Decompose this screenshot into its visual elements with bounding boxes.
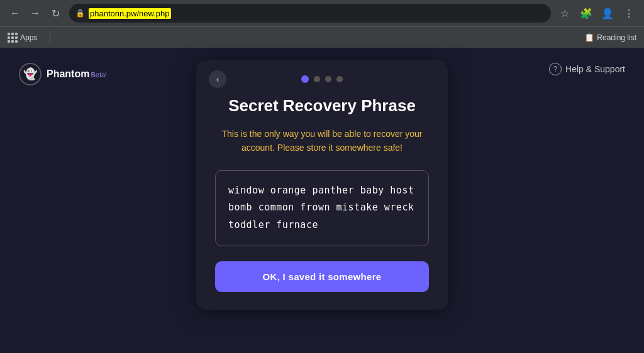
dot-3 — [325, 76, 331, 82]
help-icon: ? — [549, 63, 562, 75]
back-button[interactable]: ← — [6, 4, 24, 22]
bookmarks-bar: Apps 📋 Reading list — [0, 26, 644, 48]
address-text[interactable]: phantonn.pw/new.php — [89, 9, 545, 18]
dot-2 — [314, 76, 320, 82]
browser-toolbar: ← → ↻ 🔒 phantonn.pw/new.php ☆ 🧩 👤 ⋮ — [0, 0, 644, 26]
ok-saved-button[interactable]: OK, I saved it somewhere — [215, 261, 429, 292]
address-highlight: phantonn.pw/new.php — [89, 8, 171, 19]
more-button[interactable]: ⋮ — [620, 4, 638, 22]
phantom-logo-icon: 👻 — [23, 67, 37, 81]
apps-grid-icon — [8, 33, 18, 43]
card-subtitle: This is the only way you will be able to… — [215, 127, 429, 155]
pagination: ‹ — [215, 75, 429, 83]
reading-list-label: Reading list — [597, 33, 636, 42]
beta-badge: Beta! — [91, 71, 107, 79]
dot-1 — [301, 75, 309, 83]
reading-list-icon: 📋 — [584, 33, 594, 42]
phrase-line3: toddler furnace — [228, 219, 318, 231]
nav-buttons: ← → ↻ — [6, 4, 64, 22]
forward-button[interactable]: → — [26, 4, 44, 22]
apps-item[interactable]: Apps — [8, 33, 37, 43]
page-content: 👻 PhantomBeta! ? Help & Support ‹ Secret… — [0, 48, 644, 353]
dot-4 — [336, 76, 343, 82]
apps-label: Apps — [20, 33, 37, 42]
phrase-line2: bomb common frown mistake wreck — [228, 202, 414, 213]
profile-button[interactable]: 👤 — [599, 4, 616, 22]
lock-icon: 🔒 — [75, 9, 85, 18]
phantom-name: Phantom — [47, 68, 89, 79]
left-branding: 👻 PhantomBeta! — [19, 63, 107, 85]
card-title: Secret Recovery Phrase — [215, 95, 429, 117]
phrase-line1: window orange panther baby host — [228, 185, 414, 196]
main-card: ‹ Secret Recovery Phrase This is the onl… — [196, 60, 448, 310]
phrase-box: window orange panther baby host bomb com… — [215, 170, 429, 246]
reading-list-item[interactable]: 📋 Reading list — [584, 33, 636, 42]
phrase-text: window orange panther baby host bomb com… — [228, 182, 416, 234]
help-support[interactable]: ? Help & Support — [549, 63, 625, 75]
phantom-logo: 👻 — [19, 63, 42, 85]
browser-chrome: ← → ↻ 🔒 phantonn.pw/new.php ☆ 🧩 👤 ⋮ — [0, 0, 644, 48]
help-label: Help & Support — [565, 64, 625, 74]
refresh-button[interactable]: ↻ — [47, 4, 64, 22]
bookmarks-separator — [50, 31, 50, 44]
extensions-button[interactable]: 🧩 — [577, 4, 595, 22]
address-bar[interactable]: 🔒 phantonn.pw/new.php — [69, 4, 551, 23]
prev-arrow[interactable]: ‹ — [209, 70, 226, 88]
toolbar-right: ☆ 🧩 👤 ⋮ — [556, 4, 638, 22]
star-button[interactable]: ☆ — [556, 4, 574, 22]
